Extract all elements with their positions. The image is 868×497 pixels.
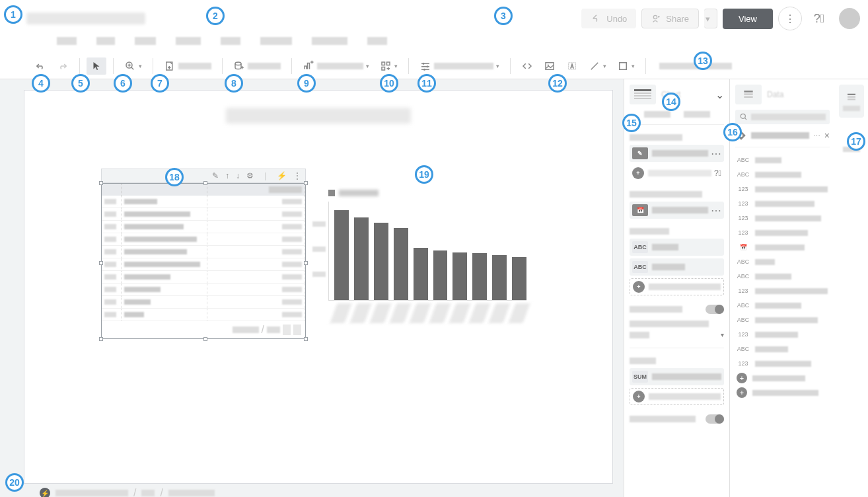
close-icon[interactable]: × <box>824 130 830 141</box>
default-drill-select[interactable] <box>630 321 724 327</box>
add-parameter-button[interactable]: + <box>735 385 830 400</box>
field-item[interactable]: ABC <box>735 167 830 182</box>
edit-icon[interactable]: ✎ <box>212 171 219 180</box>
field-item[interactable]: ABC <box>735 342 830 356</box>
selection-tool[interactable] <box>87 57 106 75</box>
community-viz-button[interactable] <box>376 57 402 75</box>
menu-item[interactable] <box>57 37 77 45</box>
x-tick-label <box>489 303 511 323</box>
table-row[interactable] <box>102 208 305 221</box>
field-item[interactable]: ABC <box>735 298 830 313</box>
metric-chip[interactable]: SUM <box>630 368 724 385</box>
bolt-icon[interactable]: ⚡ <box>277 171 287 180</box>
menu-item[interactable] <box>312 37 347 45</box>
field-search[interactable] <box>735 110 830 124</box>
shape-button[interactable] <box>613 57 639 75</box>
add-field-button[interactable]: + <box>735 371 830 385</box>
menu-item[interactable] <box>260 37 292 45</box>
view-button[interactable]: View <box>723 9 773 29</box>
tab-style[interactable] <box>684 111 710 118</box>
sort-desc-icon[interactable]: ↓ <box>236 171 240 180</box>
svg-rect-14 <box>620 62 627 69</box>
more-menu-button[interactable]: ⋮ <box>778 7 802 30</box>
field-item[interactable]: 📅 <box>735 240 830 254</box>
table-row[interactable] <box>102 233 305 246</box>
tab-setup[interactable] <box>644 111 670 118</box>
report-canvas[interactable]: ✎ ↑ ↓ ⚙ | ⚡ ⋮ / <box>24 90 613 484</box>
menu-item[interactable] <box>221 37 240 45</box>
help-button[interactable]: ?⃝ <box>807 7 831 30</box>
share-dropdown[interactable]: ▾ <box>704 9 717 28</box>
table-row[interactable] <box>102 296 305 309</box>
date-range-chip[interactable]: 📅⋯ <box>630 202 724 219</box>
table-row[interactable] <box>102 246 305 258</box>
field-item[interactable]: ABC <box>735 269 830 284</box>
menu-item[interactable] <box>135 37 156 45</box>
chart-bar <box>354 217 369 300</box>
optional-metrics-toggle[interactable] <box>630 414 724 424</box>
undo-button[interactable] <box>30 57 50 75</box>
chart-bar <box>414 248 428 300</box>
table-paginator[interactable]: / <box>102 321 305 338</box>
share-button[interactable]: Share <box>641 9 699 28</box>
settings-icon[interactable]: ⚙ <box>246 171 254 180</box>
more-vert-icon[interactable]: ⋮ <box>293 171 301 180</box>
field-item[interactable]: 123 <box>735 284 830 298</box>
sort-asc-icon[interactable]: ↑ <box>225 171 229 180</box>
field-item[interactable]: 123 <box>735 356 830 371</box>
user-avatar[interactable] <box>839 8 860 29</box>
bolt-icon[interactable]: ⚡ <box>40 488 50 497</box>
field-type-badge: ABC <box>737 273 750 280</box>
line-button[interactable] <box>585 57 610 75</box>
annotation-4: 4 <box>32 74 50 93</box>
field-item[interactable]: ABC <box>735 153 830 167</box>
field-item[interactable]: ABC <box>735 254 830 269</box>
field-item[interactable]: 123 <box>735 327 830 342</box>
table-body[interactable]: / <box>101 183 306 339</box>
add-chart-button[interactable] <box>299 57 373 75</box>
url-embed-button[interactable] <box>517 57 537 75</box>
x-tick-label <box>469 303 491 323</box>
header-undo-button[interactable]: Undo <box>581 9 636 28</box>
field-item[interactable]: 123 <box>735 182 830 196</box>
table-row[interactable] <box>102 221 305 233</box>
zoom-tool[interactable] <box>120 57 146 75</box>
chart-legend <box>328 190 526 196</box>
drilldown-toggle[interactable] <box>630 305 724 314</box>
add-control-button[interactable] <box>416 57 503 75</box>
data-source-chip[interactable]: ✎⋯ <box>630 145 724 162</box>
add-data-button[interactable] <box>229 57 285 75</box>
bar-chart[interactable] <box>328 190 526 323</box>
menu-item[interactable] <box>176 37 201 45</box>
redo-button[interactable] <box>53 57 73 75</box>
blend-data-button[interactable]: +?⃝ <box>630 165 724 182</box>
field-item[interactable]: 123 <box>735 211 830 225</box>
menu-item[interactable] <box>367 37 387 45</box>
data-tab-chip[interactable] <box>839 85 864 118</box>
dimension-chip[interactable]: ABC <box>630 239 724 256</box>
chevron-down-icon[interactable]: ⌄ <box>715 89 724 101</box>
field-item[interactable]: 123 <box>735 196 830 211</box>
report-name[interactable] <box>26 13 145 24</box>
table-row[interactable] <box>102 258 305 271</box>
default-drill-value[interactable]: ▾ <box>630 331 724 338</box>
data-source-header[interactable]: ⋯ × <box>735 130 830 147</box>
menu-item[interactable] <box>96 37 115 45</box>
table-chart[interactable]: ✎ ↑ ↓ ⚙ | ⚡ ⋮ / <box>101 169 306 339</box>
table-row[interactable] <box>102 271 305 284</box>
help-icon[interactable]: ?⃝ <box>714 169 721 178</box>
field-item[interactable]: ABC <box>735 313 830 327</box>
field-item[interactable]: 123 <box>735 225 830 240</box>
text-button[interactable] <box>562 57 582 75</box>
add-metric-button[interactable]: + <box>630 388 724 405</box>
properties-panel: Chart ⌄ ✎⋯ +?⃝ 📅⋯ ABC ABC + ▾ <box>624 79 729 497</box>
add-page-button[interactable] <box>160 57 215 75</box>
image-button[interactable] <box>540 57 560 75</box>
table-row[interactable] <box>102 284 305 296</box>
table-row[interactable] <box>102 309 305 321</box>
app-header: Undo Share ▾ View ⋮ ?⃝ <box>0 0 868 37</box>
dimension-chip[interactable]: ABC <box>630 258 724 276</box>
add-dimension-button[interactable]: + <box>630 278 724 295</box>
table-row[interactable] <box>102 196 305 208</box>
field-type-badge: ABC <box>737 317 750 323</box>
